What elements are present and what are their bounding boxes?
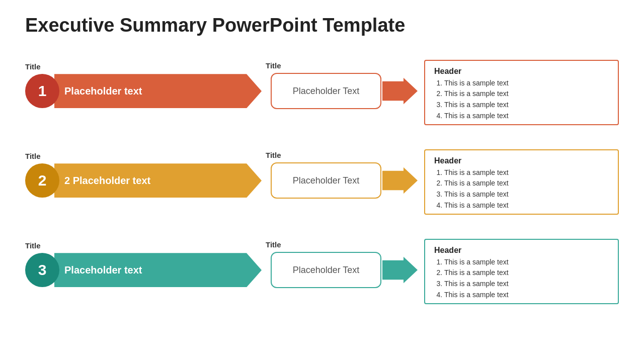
svg-marker-1 [382,167,418,194]
section-middle-3: Title Placeholder Text [262,240,382,288]
row-1: Title 1 Placeholder text Title Placehold… [25,45,619,126]
info-header-2: Header [434,156,609,165]
middle-label-3: Title [266,240,281,249]
middle-box-1: Placeholder Text [271,73,381,109]
info-list-2: This is a sample textThis is a sample te… [434,167,609,211]
bar-text-1: Placeholder text [64,85,142,97]
circle-num-2: 2 [25,163,59,198]
middle-box-2: Placeholder Text [271,162,381,199]
info-item-2-1: This is a sample text [444,167,609,178]
info-box-1: Header This is a sample textThis is a sa… [424,60,619,125]
info-item-1-3: This is a sample text [444,100,609,111]
bar-fill-3: Placeholder text [54,253,262,287]
info-header-3: Header [434,246,609,255]
info-item-2-2: This is a sample text [444,178,609,189]
bar-with-arrow-1: Placeholder text [54,74,262,108]
svg-marker-2 [382,257,418,284]
row-2: Title 2 2 Placeholder text Title Placeho… [25,135,619,215]
slide-title: Executive Summary PowerPoint Template [25,15,619,36]
info-item-1-1: This is a sample text [444,78,609,89]
info-box-2: Header This is a sample textThis is a sa… [424,149,619,215]
section-left-3: Title 3 Placeholder text [25,241,262,287]
section-middle-1: Title Placeholder Text [262,61,382,109]
info-item-3-4: This is a sample text [444,290,609,301]
arrow-row-1: 1 Placeholder text [25,74,262,108]
info-header-1: Header [434,67,609,76]
info-item-1-2: This is a sample text [444,88,609,100]
big-arrow-2 [380,160,420,201]
info-item-3-1: This is a sample text [444,257,609,268]
section-left-1: Title 1 Placeholder text [25,62,262,108]
info-box-3: Header This is a sample textThis is a sa… [424,239,619,304]
bar-with-arrow-2: 2 Placeholder text [54,163,262,198]
left-label-1: Title [25,62,262,71]
info-item-1-4: This is a sample text [444,111,609,122]
arrow-row-2: 2 2 Placeholder text [25,163,262,198]
row-3: Title 3 Placeholder text Title Placehold… [25,224,619,305]
circle-num-1: 1 [25,74,59,108]
section-left-2: Title 2 2 Placeholder text [25,152,262,198]
bar-fill-1: Placeholder text [54,74,262,108]
info-item-2-3: This is a sample text [444,189,609,200]
left-label-2: Title [25,152,262,160]
info-list-1: This is a sample textThis is a sample te… [434,78,609,122]
info-item-2-4: This is a sample text [444,200,609,211]
section-middle-2: Title Placeholder Text [262,151,382,199]
big-arrow-3 [380,250,420,290]
bar-text-3: Placeholder text [64,264,142,276]
middle-label-1: Title [266,61,281,70]
info-item-3-3: This is a sample text [444,279,609,290]
big-arrow-1 [380,71,420,111]
bar-fill-2: 2 Placeholder text [54,163,262,198]
circle-num-3: 3 [25,253,59,287]
info-list-3: This is a sample textThis is a sample te… [434,257,609,301]
middle-label-2: Title [266,151,281,159]
left-label-3: Title [25,241,262,250]
slide: Executive Summary PowerPoint Template Ti… [0,0,644,362]
rows-container: Title 1 Placeholder text Title Placehold… [25,45,619,347]
middle-box-3: Placeholder Text [271,252,381,288]
bar-text-2: 2 Placeholder text [64,175,150,187]
svg-marker-0 [382,78,418,105]
bar-with-arrow-3: Placeholder text [54,253,262,287]
info-item-3-2: This is a sample text [444,267,609,279]
arrow-row-3: 3 Placeholder text [25,253,262,287]
